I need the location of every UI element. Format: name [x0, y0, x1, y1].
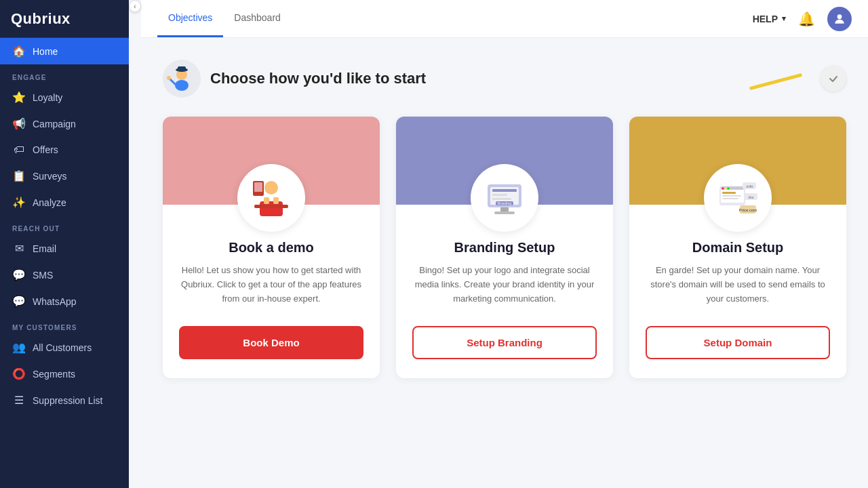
card-domain-setup-title: Domain Setup [692, 240, 783, 256]
choose-header: Choose how you'd like to start [163, 60, 846, 98]
main-area: Objectives Dashboard HELP ▾ 🔔 [141, 0, 868, 488]
section-customers-label: MY CUSTOMERS [0, 314, 129, 334]
card-domain-setup-image: .info .biz Price.com [704, 164, 772, 232]
svg-rect-5 [178, 66, 186, 70]
all-customers-icon: 👥 [12, 341, 26, 354]
help-button[interactable]: HELP ▾ [753, 14, 786, 24]
svg-point-2 [175, 80, 189, 91]
svg-text:Price.com: Price.com [739, 208, 757, 212]
svg-rect-18 [494, 211, 515, 214]
help-label: HELP [753, 14, 778, 24]
setup-branding-button[interactable]: Setup Branding [412, 326, 597, 359]
sidebar-item-suppression-list[interactable]: ☰ Suppression List [0, 387, 129, 413]
sidebar-item-analyze[interactable]: ✨ Analyze [0, 189, 129, 216]
email-icon: ✉ [12, 242, 26, 255]
card-domain-setup-desc: En garde! Set up your domain name. Your … [646, 264, 830, 312]
sidebar-item-loyalty-label: Loyalty [33, 92, 62, 103]
avatar[interactable] [827, 7, 852, 31]
tab-objectives[interactable]: Objectives [157, 0, 223, 37]
offers-icon: 🏷 [12, 144, 26, 156]
svg-rect-21 [492, 198, 511, 200]
sidebar: Qubriux 🏠 Home ENGAGE ⭐ Loyalty 📢 Campai… [0, 0, 129, 488]
sidebar-item-all-customers[interactable]: 👥 All Customers [0, 334, 129, 361]
card-book-demo: Book a demo Hello! Let us show you how t… [163, 117, 380, 378]
svg-rect-30 [722, 192, 736, 194]
svg-point-29 [728, 188, 730, 190]
sidebar-item-offers-label: Offers [33, 144, 58, 155]
brand-name: Qubriux [11, 10, 71, 28]
card-book-demo-title: Book a demo [229, 240, 314, 256]
check-button[interactable] [821, 66, 846, 92]
setup-domain-button[interactable]: Setup Domain [646, 326, 830, 359]
home-icon: 🏠 [12, 45, 26, 58]
card-branding-setup: Branding Branding Setup Bingo! Set up yo… [396, 117, 613, 378]
sidebar-item-suppression-label: Suppression List [33, 395, 103, 406]
sidebar-item-offers[interactable]: 🏷 Offers [0, 137, 129, 163]
sidebar-item-surveys[interactable]: 📋 Surveys [0, 163, 129, 189]
sidebar-collapse-button[interactable]: ‹ [129, 0, 141, 12]
sidebar-item-segments[interactable]: ⭕ Segments [0, 361, 129, 387]
svg-text:.info: .info [745, 184, 753, 188]
section-engage-label: ENGAGE [0, 64, 129, 84]
svg-point-8 [264, 181, 278, 195]
sidebar-item-whatsapp[interactable]: 💬 WhatsApp [0, 288, 129, 314]
sidebar-item-segments-label: Segments [33, 369, 75, 380]
card-domain-setup-top: .info .biz Price.com [629, 117, 846, 205]
sidebar-item-sms[interactable]: 💬 SMS [0, 262, 129, 288]
svg-rect-12 [254, 205, 288, 208]
book-demo-button[interactable]: Book Demo [179, 326, 363, 359]
sidebar-item-email[interactable]: ✉ Email [0, 235, 129, 262]
sidebar-item-email-label: Email [33, 243, 56, 254]
tab-dashboard-label: Dashboard [234, 12, 281, 23]
card-branding-setup-desc: Bingo! Set up your logo and integrate so… [412, 264, 597, 312]
svg-text:Branding: Branding [498, 201, 511, 205]
main-content: Choose how you'd like to start [141, 38, 868, 488]
chevron-down-icon: ▾ [782, 14, 786, 23]
notification-button[interactable]: 🔔 [798, 11, 815, 27]
svg-rect-10 [264, 197, 269, 204]
sidebar-item-home-label: Home [33, 46, 58, 57]
cards-row: Book a demo Hello! Let us show you how t… [163, 117, 846, 378]
sidebar-item-all-customers-label: All Customers [33, 342, 92, 353]
svg-point-27 [722, 188, 724, 190]
sidebar-item-whatsapp-label: WhatsApp [33, 296, 77, 307]
analyze-icon: ✨ [12, 196, 26, 209]
header-right: HELP ▾ 🔔 [753, 7, 852, 31]
card-branding-setup-image: Branding [471, 164, 538, 232]
svg-point-0 [837, 14, 842, 19]
mascot-avatar [163, 60, 201, 98]
svg-rect-17 [500, 207, 509, 211]
choose-title: Choose how you'd like to start [210, 70, 426, 87]
sidebar-logo: Qubriux [0, 0, 129, 38]
svg-rect-19 [492, 189, 517, 192]
card-book-demo-top [163, 117, 380, 205]
segments-icon: ⭕ [12, 367, 26, 380]
svg-point-28 [725, 188, 727, 190]
sms-icon: 💬 [12, 268, 26, 281]
card-branding-setup-top: Branding [396, 117, 613, 205]
sidebar-item-campaign[interactable]: 📢 Campaign [0, 110, 129, 137]
svg-text:.biz: .biz [747, 195, 753, 199]
sidebar-item-analyze-label: Analyze [33, 197, 66, 208]
header-tabs: Objectives Dashboard [157, 0, 292, 37]
tab-dashboard[interactable]: Dashboard [223, 0, 292, 37]
section-reachout-label: REACH OUT [0, 216, 129, 235]
card-branding-setup-title: Branding Setup [454, 240, 555, 256]
sidebar-item-campaign-label: Campaign [33, 119, 76, 129]
svg-rect-26 [721, 186, 744, 190]
sidebar-item-sms-label: SMS [33, 270, 53, 281]
sidebar-item-home[interactable]: 🏠 Home [0, 38, 129, 64]
svg-rect-20 [492, 194, 507, 196]
card-book-demo-image [237, 164, 305, 232]
tab-objectives-label: Objectives [168, 12, 212, 23]
whatsapp-icon: 💬 [12, 295, 26, 308]
sidebar-item-loyalty[interactable]: ⭐ Loyalty [0, 84, 129, 110]
suppression-list-icon: ☰ [12, 394, 26, 407]
card-book-demo-desc: Hello! Let us show you how to get starte… [179, 264, 363, 312]
svg-rect-9 [260, 201, 283, 216]
svg-rect-32 [722, 198, 738, 199]
svg-rect-14 [254, 182, 262, 192]
decorative-line [749, 73, 803, 91]
svg-point-7 [167, 76, 171, 80]
svg-rect-31 [722, 195, 741, 197]
